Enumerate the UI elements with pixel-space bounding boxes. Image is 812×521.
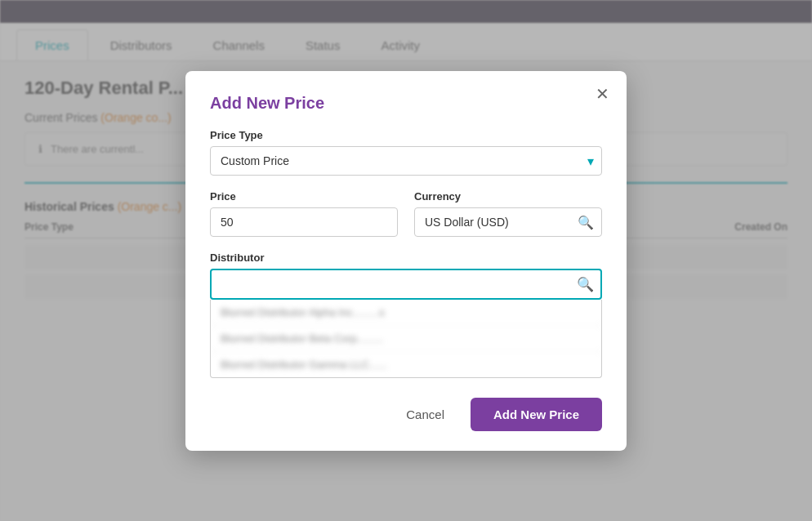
- modal-title: Add New Price: [210, 94, 602, 113]
- currency-input-wrapper: 🔍: [414, 207, 602, 237]
- currency-input[interactable]: [414, 207, 602, 237]
- distributor-input-wrapper: 🔍: [210, 269, 602, 300]
- cancel-button[interactable]: Cancel: [391, 399, 459, 430]
- price-input[interactable]: [210, 207, 398, 237]
- distributor-group: Distributor 🔍 Blurred Distributor Alpha …: [210, 252, 602, 378]
- distributor-label: Distributor: [210, 252, 602, 264]
- dropdown-item[interactable]: Blurred Distributor Alpha Inc.........s: [211, 300, 601, 326]
- dropdown-item[interactable]: Blurred Distributor Gamma LLC......: [211, 352, 601, 377]
- add-price-modal: ✕ Add New Price Price Type Custom PriceS…: [185, 71, 627, 451]
- price-currency-row: Price Currency 🔍: [210, 190, 602, 237]
- close-icon: ✕: [596, 84, 609, 104]
- dropdown-item[interactable]: Blurred Distributor Beta Corp.........: [211, 326, 601, 352]
- distributor-dropdown[interactable]: Blurred Distributor Alpha Inc.........s …: [210, 300, 602, 378]
- close-button[interactable]: ✕: [591, 82, 613, 105]
- currency-group: Currency 🔍: [414, 190, 602, 237]
- price-type-group: Price Type Custom PriceStandard PriceSal…: [210, 129, 602, 176]
- currency-label: Currency: [414, 190, 602, 203]
- add-new-price-button[interactable]: Add New Price: [471, 398, 602, 431]
- price-type-label: Price Type: [210, 129, 602, 141]
- price-group: Price: [210, 190, 398, 237]
- price-type-select-wrapper: Custom PriceStandard PriceSale Price ▾: [210, 146, 602, 176]
- modal-overlay: ✕ Add New Price Price Type Custom PriceS…: [0, 0, 812, 521]
- distributor-input[interactable]: [210, 269, 602, 300]
- price-label: Price: [210, 190, 398, 203]
- price-type-select[interactable]: Custom PriceStandard PriceSale Price: [210, 146, 602, 176]
- modal-footer: Cancel Add New Price: [210, 398, 602, 431]
- distributor-search-icon: 🔍: [577, 275, 594, 292]
